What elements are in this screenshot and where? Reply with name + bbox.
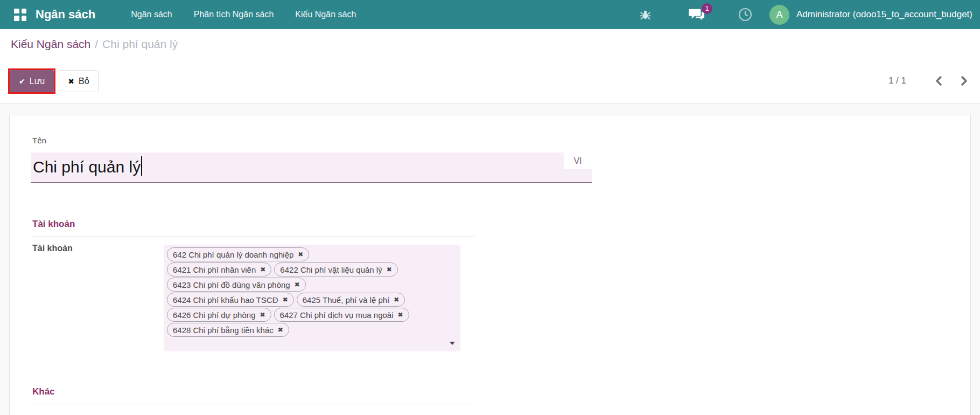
- discard-button[interactable]: ✖ Bỏ: [59, 70, 98, 92]
- accounts-field-label: Tài khoản: [32, 244, 73, 253]
- pager: 1 / 1: [888, 70, 972, 92]
- account-tag[interactable]: 6423 Chi phí đồ dùng văn phòng✖: [167, 278, 306, 292]
- top-navbar: Ngân sách Ngân sách Phân tích Ngân sách …: [0, 0, 980, 29]
- systray: 1 A Administrator (odoo15_to_account_bud…: [640, 0, 978, 29]
- tag-delete-icon[interactable]: ✖: [283, 296, 288, 303]
- account-tags-rows: 642 Chi phí quản lý doanh nghiệp✖6421 Ch…: [167, 247, 457, 337]
- account-tag[interactable]: 6424 Chi phí khấu hao TSCĐ✖: [167, 293, 294, 307]
- messages-icon[interactable]: 1: [689, 8, 705, 22]
- account-tag-row: 6428 Chi phí bằng tiền khác✖: [167, 323, 457, 337]
- tag-delete-icon[interactable]: ✖: [394, 296, 399, 303]
- control-panel: Kiểu Ngân sách/Chi phí quản lý ✔ Lưu ✖ B…: [0, 29, 980, 104]
- save-button-label: Lưu: [30, 77, 45, 86]
- apps-menu-icon[interactable]: [14, 9, 26, 21]
- debug-icon[interactable]: [640, 9, 651, 20]
- tag-delete-icon[interactable]: ✖: [298, 251, 303, 258]
- close-icon: ✖: [68, 77, 74, 86]
- tag-delete-icon[interactable]: ✖: [260, 311, 265, 319]
- name-input-value: Chi phí quản lý: [33, 158, 141, 176]
- section-title-other: Khác: [32, 386, 55, 397]
- text-cursor: [141, 156, 142, 176]
- account-tag-label: 6426 Chi phí dự phòng: [173, 310, 256, 320]
- check-icon: ✔: [19, 77, 25, 86]
- message-count-badge: 1: [702, 3, 712, 14]
- main-menu: Ngân sách Phân tích Ngân sách Kiểu Ngân …: [120, 0, 367, 29]
- tag-delete-icon[interactable]: ✖: [387, 266, 392, 273]
- name-input[interactable]: Chi phí quản lý VI: [31, 153, 592, 183]
- account-tag[interactable]: 6428 Chi phí bằng tiền khác✖: [167, 323, 289, 337]
- account-tag-row: 642 Chi phí quản lý doanh nghiệp✖: [167, 247, 457, 261]
- menu-phan-tich-ngan-sach[interactable]: Phân tích Ngân sách: [183, 0, 285, 29]
- form-buttons: ✔ Lưu ✖ Bỏ: [8, 68, 99, 94]
- dropdown-caret-icon[interactable]: [450, 342, 455, 345]
- account-tag-label: 6421 Chi phí nhân viên: [173, 265, 256, 274]
- tag-delete-icon[interactable]: ✖: [398, 311, 403, 319]
- account-tag-row: 6426 Chi phí dự phòng✖6427 Chi phí dịch …: [167, 308, 457, 322]
- account-tag[interactable]: 6426 Chi phí dự phòng✖: [167, 308, 271, 322]
- pager-next-icon[interactable]: [956, 73, 972, 89]
- account-tag-label: 6428 Chi phí bằng tiền khác: [173, 326, 274, 335]
- accounts-tags-input[interactable]: 642 Chi phí quản lý doanh nghiệp✖6421 Ch…: [164, 245, 460, 351]
- annotation-highlight: ✔ Lưu: [8, 68, 55, 94]
- breadcrumb-separator: /: [90, 38, 102, 50]
- section-title-accounts: Tài khoản: [32, 219, 75, 230]
- section-underline: [31, 404, 475, 404]
- name-field-label: Tên: [32, 136, 46, 145]
- user-avatar[interactable]: A: [769, 5, 789, 25]
- account-tag-row: 6424 Chi phí khấu hao TSCĐ✖6425 Thuế, ph…: [167, 293, 457, 307]
- pager-count: 1 / 1: [888, 75, 906, 86]
- app-name[interactable]: Ngân sách: [36, 8, 95, 22]
- account-tag-label: 6424 Chi phí khấu hao TSCĐ: [173, 295, 278, 305]
- discard-button-label: Bỏ: [79, 77, 89, 86]
- account-tag-label: 6425 Thuế, phí và lệ phí: [303, 295, 390, 305]
- activities-clock-icon[interactable]: [738, 8, 752, 22]
- breadcrumb-current: Chi phí quản lý: [102, 38, 178, 50]
- tag-delete-icon[interactable]: ✖: [260, 266, 265, 273]
- account-tag[interactable]: 642 Chi phí quản lý doanh nghiệp✖: [167, 247, 309, 261]
- user-menu[interactable]: Administrator (odoo15_to_account_budget): [796, 9, 972, 20]
- tag-delete-icon[interactable]: ✖: [295, 281, 300, 288]
- account-tag[interactable]: 6427 Chi phí dịch vụ mua ngoài✖: [274, 308, 409, 322]
- account-tag-label: 6427 Chi phí dịch vụ mua ngoài: [280, 310, 394, 320]
- account-tag[interactable]: 6421 Chi phí nhân viên✖: [167, 262, 271, 276]
- tag-delete-icon[interactable]: ✖: [278, 326, 283, 334]
- account-tag[interactable]: 6422 Chi phí vật liệu quản lý✖: [274, 262, 397, 276]
- account-tag-label: 642 Chi phí quản lý doanh nghiệp: [173, 250, 293, 259]
- account-tag-row: 6421 Chi phí nhân viên✖6422 Chi phí vật …: [167, 262, 457, 276]
- account-tag-label: 6423 Chi phí đồ dùng văn phòng: [173, 280, 290, 289]
- menu-ngan-sach[interactable]: Ngân sách: [120, 0, 183, 29]
- save-button[interactable]: ✔ Lưu: [10, 70, 54, 92]
- account-tag-row: 6423 Chi phí đồ dùng văn phòng✖: [167, 278, 457, 292]
- pager-previous-icon[interactable]: [931, 73, 947, 89]
- section-underline: [31, 236, 475, 237]
- account-tag[interactable]: 6425 Thuế, phí và lệ phí✖: [297, 293, 405, 307]
- content-area: Tên Chi phí quản lý VI Tài khoản Tài kho…: [0, 105, 980, 415]
- account-tag-label: 6422 Chi phí vật liệu quản lý: [280, 265, 382, 274]
- translate-language-badge[interactable]: VI: [564, 153, 592, 169]
- menu-kieu-ngan-sach[interactable]: Kiểu Ngân sách: [284, 0, 367, 29]
- form-sheet: Tên Chi phí quản lý VI Tài khoản Tài kho…: [9, 115, 971, 415]
- breadcrumb-parent[interactable]: Kiểu Ngân sách: [11, 38, 90, 50]
- breadcrumb: Kiểu Ngân sách/Chi phí quản lý: [11, 38, 178, 51]
